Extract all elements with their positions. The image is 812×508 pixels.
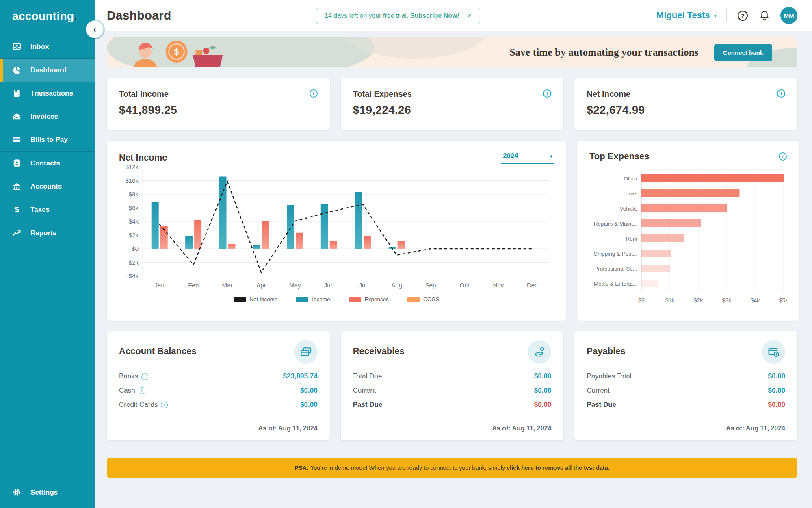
sidebar-item-settings[interactable]: Settings	[0, 481, 95, 504]
svg-text:Professional Se...: Professional Se...	[594, 266, 637, 272]
payables-card-clock-icon	[762, 340, 785, 364]
svg-text:$8k: $8k	[129, 191, 139, 198]
close-icon[interactable]: ✕	[465, 11, 474, 20]
svg-text:$5k: $5k	[779, 297, 787, 304]
user-name: Miguel Tests	[656, 10, 710, 21]
subscribe-link[interactable]: Subscribe Now!	[410, 12, 459, 19]
svg-text:$: $	[15, 205, 19, 214]
avatar[interactable]: MM	[780, 7, 797, 24]
info-icon[interactable]: i	[310, 89, 318, 98]
sidebar-collapse-button[interactable]: ‹	[86, 20, 104, 38]
year-select[interactable]: 2024 ▾	[501, 151, 554, 164]
svg-text:Feb: Feb	[188, 282, 199, 289]
balance-value: $0.00	[300, 401, 318, 409]
svg-text:Vehicle: Vehicle	[619, 206, 637, 212]
kpi-value: $19,224.26	[353, 104, 552, 117]
info-icon[interactable]: i	[779, 152, 787, 161]
chevron-down-icon: ▾	[714, 13, 717, 19]
card-title: Receivables	[353, 346, 405, 356]
as-of-date: As of: Aug 11, 2024	[587, 425, 785, 432]
svg-text:$12k: $12k	[125, 164, 139, 170]
remove-test-data-link[interactable]: click here to remove all the test data.	[507, 465, 610, 471]
svg-text:?: ?	[741, 12, 744, 19]
svg-text:$0: $0	[132, 245, 139, 252]
app-logo: accounting.	[0, 0, 95, 35]
sidebar-item-invoices[interactable]: Invoices	[0, 105, 95, 128]
svg-text:Rent: Rent	[626, 236, 637, 242]
svg-text:Shipping & Post...: Shipping & Post...	[594, 251, 637, 257]
info-icon[interactable]: i	[139, 387, 145, 394]
sidebar-item-dashboard[interactable]: Dashboard	[0, 59, 95, 82]
balance-row: Payables Total $0.00	[587, 372, 785, 380]
sidebar-item-accounts[interactable]: Accounts	[0, 175, 95, 198]
svg-text:$2k: $2k	[129, 232, 139, 239]
balance-row: Cashi $0.00	[119, 386, 318, 395]
chart-legend: Net IncomeIncomeExpensesCOGS	[119, 296, 554, 302]
svg-text:$10k: $10k	[125, 177, 139, 184]
trial-text: 14 days left on your free trial. Subscri…	[325, 12, 459, 20]
svg-text:$0: $0	[638, 297, 645, 304]
sidebar-item-transactions[interactable]: Transactions	[0, 82, 95, 105]
svg-text:$: $	[174, 47, 179, 57]
as-of-date: As of: Aug 11, 2024	[353, 425, 552, 432]
svg-text:Aug: Aug	[391, 282, 402, 289]
svg-text:May: May	[289, 282, 301, 289]
kpi-label: Total Expenses	[353, 89, 412, 99]
svg-text:$4k: $4k	[129, 218, 139, 225]
svg-text:Meals & Enterta...: Meals & Enterta...	[594, 281, 637, 287]
svg-text:Jan: Jan	[155, 282, 165, 289]
svg-text:$4k: $4k	[751, 297, 760, 304]
svg-text:Sep: Sep	[425, 282, 436, 289]
balance-row: Current $0.00	[587, 386, 785, 395]
top-expenses-chart: $0$1k$2k$3k$4k$5kOtherTravelVehicleRepai…	[589, 167, 787, 306]
balance-value: $0.00	[300, 386, 318, 395]
help-icon[interactable]: ?	[736, 9, 749, 22]
kpi-value: $22,674.99	[587, 104, 785, 117]
taxes-icon: $	[12, 205, 22, 215]
balance-row: Current $0.00	[353, 386, 552, 395]
sidebar-item-bills[interactable]: Bills to Pay	[0, 128, 95, 151]
sidebar: accounting. Inbox Dashboard Transactions	[0, 0, 95, 508]
svg-text:Travel: Travel	[622, 191, 637, 197]
legend-item: Income	[296, 296, 330, 302]
connect-bank-button[interactable]: Connect bank	[714, 44, 772, 61]
sidebar-item-contacts[interactable]: Contacts	[0, 152, 95, 175]
top-expenses-card: Top Expenses i $0$1k$2k$3k$4k$5kOtherTra…	[577, 141, 799, 321]
credit-cards-icon	[294, 340, 318, 364]
inbox-icon	[12, 42, 22, 52]
balance-row: Credit Cardsi $0.00	[119, 401, 318, 409]
balance-value: $0.00	[768, 372, 785, 380]
svg-text:$2k: $2k	[694, 297, 704, 304]
info-icon[interactable]: i	[161, 402, 168, 408]
legend-swatch	[407, 297, 420, 302]
psa-banner: PSA: You’re in demo mode! When you are r…	[107, 458, 797, 478]
trial-banner: 14 days left on your free trial. Subscri…	[316, 8, 480, 24]
sidebar-item-inbox[interactable]: Inbox	[0, 35, 95, 58]
bell-icon[interactable]	[758, 9, 771, 22]
sidebar-item-reports[interactable]: Reports	[0, 221, 95, 245]
transactions-icon	[12, 89, 22, 98]
chevron-down-icon: ▾	[550, 153, 552, 159]
balance-row: Past Due $0.00	[587, 401, 785, 409]
as-of-date: As of: Aug 11, 2024	[119, 425, 318, 432]
dashboard-content: $ Save time by automating your transacti…	[95, 31, 812, 478]
svg-text:-$4k: -$4k	[127, 272, 139, 279]
info-icon[interactable]: i	[777, 89, 785, 98]
net-income-chart: -$4k-$2k$0$2k$4k$6k$8k$10k$12kJanFebMarA…	[119, 164, 554, 291]
legend-item: Net Income	[234, 296, 277, 302]
svg-text:Apr: Apr	[256, 282, 266, 289]
kpi-label: Total Income	[119, 89, 169, 99]
payables-card: Payables Payables Total $0.00 Current $0…	[574, 331, 797, 440]
svg-text:-$2k: -$2k	[127, 259, 139, 266]
legend-swatch	[296, 297, 308, 302]
svg-text:$3k: $3k	[722, 297, 732, 304]
balance-value: $0.00	[534, 386, 552, 395]
svg-text:Mar: Mar	[222, 282, 233, 289]
dashboard-icon	[12, 65, 22, 75]
sidebar-item-taxes[interactable]: $ Taxes	[0, 198, 95, 221]
info-icon[interactable]: i	[141, 373, 148, 380]
balance-row: Banksi $23,895.74	[119, 372, 318, 380]
user-menu[interactable]: Miguel Tests ▾	[656, 10, 717, 21]
balance-value: $0.00	[534, 372, 552, 380]
info-icon[interactable]: i	[543, 89, 551, 98]
